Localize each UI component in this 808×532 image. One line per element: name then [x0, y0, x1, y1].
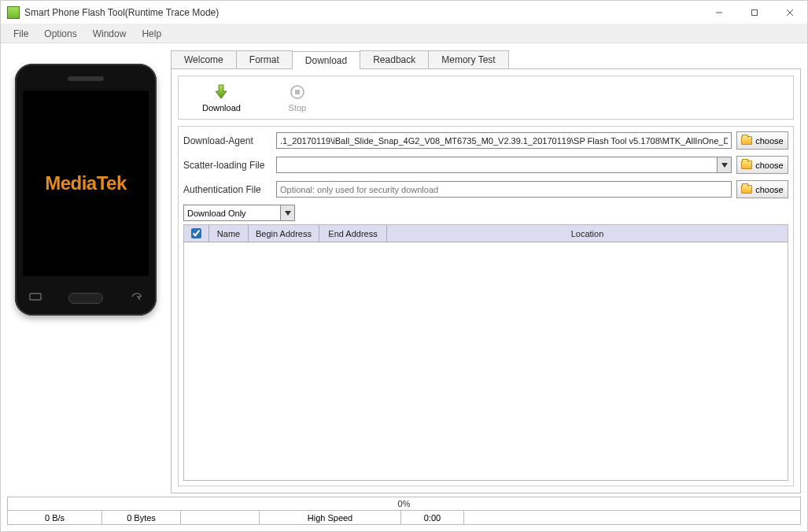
table-header: Name Begin Address End Address Location [184, 225, 788, 242]
tab-welcome[interactable]: Welcome [171, 50, 237, 68]
progress-bar: 0% [7, 497, 801, 511]
download-agent-row: Download-Agent choose [183, 131, 788, 150]
close-button[interactable] [772, 1, 807, 24]
phone-home-button [68, 293, 103, 304]
status-area: 0% 0 B/s 0 Bytes High Speed 0:00 [1, 493, 807, 531]
svg-rect-1 [751, 9, 757, 15]
status-row: 0 B/s 0 Bytes High Speed 0:00 [7, 511, 801, 525]
choose-label: choose [755, 161, 783, 170]
download-agent-label: Download-Agent [183, 135, 271, 146]
select-all-checkbox[interactable] [191, 228, 201, 238]
tab-bar: Welcome Format Download Readback Memory … [171, 50, 801, 68]
phone-screen: MediaTek [23, 91, 149, 276]
title-bar: Smart Phone Flash Tool(Runtime Trace Mod… [1, 1, 807, 24]
chevron-down-icon [280, 205, 294, 220]
download-mode-selected: Download Only [187, 209, 246, 218]
header-end-address[interactable]: End Address [319, 225, 387, 242]
choose-label: choose [755, 185, 783, 194]
status-mode: High Speed [260, 511, 401, 524]
partition-table: Name Begin Address End Address Location [183, 224, 788, 481]
close-icon [786, 9, 794, 17]
phone-button-row [15, 290, 157, 306]
tab-format[interactable]: Format [236, 50, 293, 68]
mode-row: Download Only [183, 205, 788, 221]
phone-menu-icon [28, 290, 42, 306]
minimize-button[interactable] [701, 1, 736, 24]
header-location[interactable]: Location [387, 225, 788, 242]
tab-readback[interactable]: Readback [360, 50, 429, 68]
menu-window[interactable]: Window [85, 26, 135, 42]
table-body [184, 242, 788, 480]
phone-back-icon [129, 290, 143, 306]
menu-help[interactable]: Help [134, 26, 169, 42]
svg-rect-6 [295, 90, 300, 94]
status-bytes: 0 Bytes [102, 511, 181, 524]
header-checkbox-cell [184, 225, 209, 242]
header-name[interactable]: Name [209, 225, 249, 242]
status-empty1 [181, 511, 260, 524]
download-arrow-icon [212, 83, 231, 102]
main-panel: Welcome Format Download Readback Memory … [171, 50, 801, 493]
download-mode-select[interactable]: Download Only [183, 205, 295, 221]
folder-icon [741, 161, 752, 169]
app-icon [7, 6, 20, 19]
stop-icon [288, 83, 307, 102]
phone-brand-label: MediaTek [45, 172, 127, 194]
folder-icon [741, 136, 752, 145]
svg-rect-4 [30, 294, 41, 300]
auth-file-row: Authentication File choose [183, 180, 788, 198]
status-speed: 0 B/s [8, 511, 102, 524]
stop-action[interactable]: Stop [288, 83, 307, 113]
choose-label: choose [755, 136, 783, 146]
scatter-file-combo[interactable] [276, 157, 732, 173]
scatter-choose-button[interactable]: choose [736, 156, 788, 174]
download-action-label: Download [202, 103, 241, 113]
download-agent-input[interactable] [276, 132, 732, 149]
form-box: Download-Agent choose Scatter-loading Fi… [178, 126, 794, 486]
app-window: Smart Phone Flash Tool(Runtime Trace Mod… [0, 0, 808, 532]
tab-memory-test[interactable]: Memory Test [428, 50, 508, 68]
menu-bar: File Options Window Help [1, 24, 807, 43]
tab-download[interactable]: Download [292, 51, 360, 69]
minimize-icon [715, 9, 723, 17]
scatter-file-row: Scatter-loading File choose [183, 156, 788, 174]
phone-illustration: BM MediaTek [15, 64, 157, 316]
phone-speaker [68, 76, 104, 81]
stop-action-label: Stop [289, 103, 307, 113]
auth-choose-button[interactable]: choose [736, 180, 788, 198]
body: BM MediaTek Welcome [1, 43, 807, 493]
auth-file-input[interactable] [276, 181, 732, 198]
chevron-down-icon [717, 157, 731, 172]
status-empty2 [464, 511, 800, 524]
maximize-icon [751, 9, 758, 17]
status-time: 0:00 [401, 511, 464, 524]
download-agent-choose-button[interactable]: choose [736, 131, 788, 150]
phone-illustration-panel: BM MediaTek [7, 50, 164, 493]
download-action[interactable]: Download [202, 83, 241, 113]
action-toolbar: Download Stop [178, 76, 794, 120]
maximize-button[interactable] [736, 1, 772, 24]
auth-file-label: Authentication File [183, 184, 271, 195]
tab-pane-download: Download Stop Download-Agent [171, 68, 801, 493]
window-title: Smart Phone Flash Tool(Runtime Trace Mod… [24, 7, 219, 18]
header-begin-address[interactable]: Begin Address [249, 225, 319, 242]
menu-options[interactable]: Options [36, 26, 84, 42]
progress-text: 0% [398, 499, 411, 508]
menu-file[interactable]: File [6, 26, 36, 42]
scatter-file-label: Scatter-loading File [183, 160, 271, 171]
folder-icon [741, 185, 752, 194]
